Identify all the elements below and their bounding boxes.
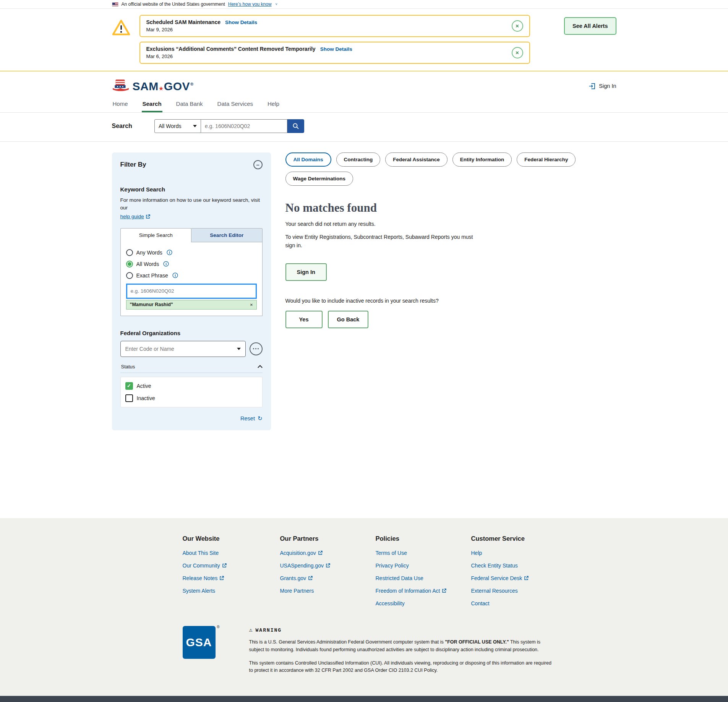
footer-link-privacy-policy[interactable]: Privacy Policy [376, 563, 471, 569]
results-sign-in-button[interactable]: Sign In [285, 263, 327, 281]
external-link-icon [219, 576, 224, 580]
footer-link-terms-of-use[interactable]: Terms of Use [376, 550, 471, 556]
footer-link-system-alerts[interactable]: System Alerts [183, 588, 280, 594]
status-active-option[interactable]: ✓ Active [125, 382, 258, 390]
minus-icon: − [256, 162, 259, 168]
radio-exact-phrase[interactable]: Exact Phrase i [126, 272, 257, 279]
nav-item-data-services[interactable]: Data Services [217, 98, 254, 112]
warning-icon: ⚠ [249, 626, 253, 635]
footer-link-help[interactable]: Help [471, 550, 616, 556]
tab-search-editor[interactable]: Search Editor [191, 228, 263, 242]
no-results-message: Your search did not return any results. [285, 221, 616, 227]
help-guide-label: help guide [120, 213, 144, 220]
search-mode-select[interactable]: All Words [154, 119, 201, 133]
info-icon[interactable]: i [172, 272, 178, 278]
see-all-alerts-button[interactable]: See All Alerts [564, 17, 616, 35]
us-flag-icon [112, 2, 118, 6]
keyword-search-input[interactable] [126, 284, 257, 299]
show-details-link[interactable]: Show Details [225, 19, 257, 25]
how-you-know-link[interactable]: Here’s how you know [228, 2, 272, 7]
registered-mark: ® [190, 82, 194, 86]
nav-item-home[interactable]: Home [112, 98, 129, 112]
help-guide-link[interactable]: help guide [120, 213, 150, 220]
brand-gov: GOV [164, 80, 190, 93]
footer-link-about-this-site[interactable]: About This Site [183, 550, 280, 556]
domain-pill-entity-information[interactable]: Entity Information [452, 152, 512, 167]
footer-link-grants-gov[interactable]: Grants.gov [280, 575, 376, 581]
federal-organizations-heading: Federal Organizations [120, 330, 263, 336]
status-inactive-label: Inactive [137, 395, 155, 401]
sign-in-label: Sign In [599, 83, 616, 89]
sign-in-hint-message: To view Entity Registrations, Subcontrac… [285, 233, 478, 250]
global-search-input[interactable] [201, 119, 287, 133]
sam-gov-logo[interactable]: SAM★GOV® [112, 79, 194, 93]
footer-link-more-partners[interactable]: More Partners [280, 588, 376, 594]
checkbox-checked-icon: ✓ [125, 382, 133, 390]
footer-link-contact[interactable]: Contact [471, 600, 616, 606]
footer-link-federal-service-desk[interactable]: Federal Service Desk [471, 575, 616, 581]
domain-pill-contracting[interactable]: Contracting [336, 152, 381, 167]
system-warning: ⚠ WARNING This is a U.S. General Service… [249, 626, 555, 674]
nav-item-help[interactable]: Help [267, 98, 280, 112]
footer-link-external-resources[interactable]: External Resources [471, 588, 616, 594]
site-footer-dark: SAM.gov An official website of the U.S. … [0, 696, 728, 702]
external-link-icon [442, 589, 446, 593]
more-options-button[interactable] [250, 342, 263, 355]
svg-text:i: i [169, 251, 170, 255]
chevron-down-icon: ˅ [276, 2, 277, 6]
close-alert-button[interactable]: × [512, 47, 523, 58]
footer-link-check-entity-status[interactable]: Check Entity Status [471, 563, 616, 569]
remove-keyword-tag-button[interactable]: × [250, 302, 253, 308]
domain-filter-pills: All Domains Contracting Federal Assistan… [285, 152, 616, 186]
domain-pill-wage-determinations[interactable]: Wage Determinations [285, 172, 353, 186]
radio-selected-icon [126, 261, 133, 268]
close-alert-button[interactable]: × [512, 20, 523, 32]
header-sign-in-link[interactable]: Sign In [589, 83, 616, 90]
footer-link-release-notes[interactable]: Release Notes [183, 575, 280, 581]
external-link-icon [524, 576, 529, 580]
checkbox-unchecked-icon [125, 394, 133, 402]
status-section-toggle[interactable]: Status [120, 364, 263, 373]
alert-title: Scheduled SAM Maintenance [146, 19, 221, 25]
domain-pill-all-domains[interactable]: All Domains [285, 152, 331, 167]
footer-link-our-community[interactable]: Our Community [183, 563, 280, 569]
nav-item-data-bank[interactable]: Data Bank [175, 98, 204, 112]
info-icon[interactable]: i [163, 261, 169, 267]
filter-panel: Filter By − Keyword Search For more info… [112, 152, 271, 430]
federal-organizations-select[interactable]: Enter Code or Name [120, 341, 246, 357]
keyword-search-heading: Keyword Search [120, 186, 263, 193]
svg-text:i: i [165, 262, 167, 266]
info-icon[interactable]: i [167, 250, 172, 255]
status-active-label: Active [137, 383, 151, 389]
domain-pill-federal-assistance[interactable]: Federal Assistance [385, 152, 448, 167]
site-header: SAM★GOV® Sign In [0, 71, 728, 98]
domain-pill-federal-hierarchy[interactable]: Federal Hierarchy [517, 152, 576, 167]
filter-panel-title: Filter By [120, 161, 146, 169]
footer-link-acquisition-gov[interactable]: Acquisition.gov [280, 550, 376, 556]
usa-gov-banner: An official website of the United States… [0, 0, 728, 9]
show-details-link[interactable]: Show Details [320, 46, 352, 52]
footer-column-heading: Policies [376, 535, 471, 542]
footer-link-accessibility[interactable]: Accessibility [376, 600, 471, 606]
close-icon: × [516, 49, 519, 56]
chevron-down-icon [237, 348, 241, 350]
keyword-info-text: For more information on how to use our k… [120, 197, 260, 211]
tab-simple-search[interactable]: Simple Search [120, 228, 192, 242]
radio-all-words[interactable]: All Words i [126, 261, 257, 268]
footer-link-foia[interactable]: Freedom of Information Act [376, 588, 471, 594]
external-link-icon [318, 551, 323, 555]
radio-any-words[interactable]: Any Words i [126, 249, 257, 256]
footer-link-usaspending-gov[interactable]: USASpending.gov [280, 563, 376, 569]
collapse-filters-button[interactable]: − [253, 160, 263, 169]
status-inactive-option[interactable]: Inactive [125, 394, 258, 402]
no-matches-heading: No matches found [285, 201, 616, 215]
reset-filters-link[interactable]: Reset [240, 415, 255, 422]
main-navigation: Home Search Data Bank Data Services Help [0, 98, 728, 113]
search-submit-button[interactable] [287, 119, 304, 133]
footer-link-restricted-data-use[interactable]: Restricted Data Use [376, 575, 471, 581]
external-link-icon [308, 576, 313, 580]
yes-button[interactable]: Yes [285, 311, 323, 328]
keyword-search-tabs: Simple Search Search Editor [120, 228, 263, 242]
nav-item-search[interactable]: Search [142, 98, 162, 112]
go-back-button[interactable]: Go Back [328, 311, 369, 328]
